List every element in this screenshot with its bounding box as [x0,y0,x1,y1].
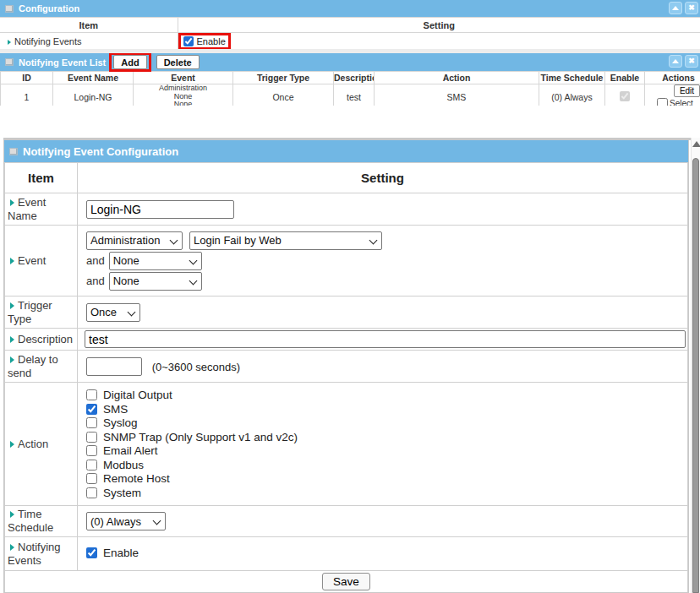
event-list-panel-header: Notifying Event List Add Delete ✖ [0,53,700,71]
action-option[interactable]: Digital Output [86,389,684,403]
row-arrow-icon [10,336,14,343]
time-schedule-select[interactable]: (0) Always [86,512,166,530]
trigger-type-label-cell: Trigger Type [5,296,78,329]
cell-event: Administration None None [134,84,233,106]
collapse-icon [672,59,679,63]
row-arrow-icon [10,511,14,518]
collapse-button[interactable] [669,2,682,14]
action-option-label: SNMP Trap (Only Support v1 and v2c) [103,431,298,443]
delay-input[interactable] [86,357,142,376]
event-list-row: 1 Login-NG Administration None None Once… [1,84,700,106]
add-button[interactable]: Add [113,55,146,69]
notifying-events-enable-checkbox[interactable] [183,36,194,46]
description-label-cell: Description [5,329,78,351]
event-category-select[interactable]: Administration [86,231,183,250]
configuration-panel-header: Configuration ✖ [0,0,700,17]
action-checkbox[interactable] [86,389,97,400]
delay-label-cell: Delay to send [5,351,78,383]
event-and1-select[interactable]: None [109,252,202,270]
list-col-action: Action [375,72,539,84]
close-button[interactable]: ✖ [685,2,698,14]
event-name-label-cell: Event Name [5,193,78,226]
cell-enable [605,84,645,106]
event-list-panel-title: Notifying Event List [19,57,106,68]
event-subtype-select[interactable]: Login Fail by Web [189,231,382,250]
notifying-event-list-panel: Notifying Event List Add Delete ✖ ID Eve… [0,53,700,106]
form-enable[interactable]: Enable [86,547,139,559]
delete-button[interactable]: Delete [156,55,200,69]
collapse-button[interactable] [669,55,682,68]
list-col-id: ID [1,72,53,84]
action-option[interactable]: SMS [86,402,684,416]
configuration-panel: Configuration ✖ Item Setting Notifying E… [0,0,700,49]
list-col-actions: Actions [645,72,700,84]
action-option-label: SMS [103,403,128,416]
action-checkbox[interactable] [86,417,97,428]
row-arrow-icon [10,544,14,551]
row-arrow-icon [8,40,11,45]
form-enable-checkbox[interactable] [86,547,97,558]
event-and2-select[interactable]: None [109,272,202,291]
save-button[interactable]: Save [322,573,370,590]
and-label: and [86,275,105,287]
action-option-label: Email Alert [103,444,158,457]
notifying-events-enable-label: Enable [197,36,226,46]
row-select-checkbox[interactable] [657,98,668,106]
row-arrow-icon [10,258,14,264]
action-option[interactable]: SNMP Trap (Only Support v1 and v2c) [86,430,684,444]
edit-button[interactable]: Edit [674,84,700,97]
cell-trigger-type: Once [233,84,334,106]
event-name-input[interactable] [86,200,234,219]
action-option[interactable]: Syslog [86,416,684,431]
row-enable-checkbox [620,91,630,101]
action-option[interactable]: Remote Host [86,472,684,487]
collapse-icon [672,6,679,10]
config-row-notifying-events: Notifying Events Enable [0,33,700,50]
action-option[interactable]: Email Alert [86,444,684,459]
row-arrow-icon [10,199,14,206]
highlight-enable-annotation: Enable [178,33,231,49]
action-option-label: Remote Host [103,472,170,485]
action-checkbox[interactable] [86,460,97,471]
action-option-label: Modbus [103,459,144,471]
close-icon: ✖ [688,4,695,12]
list-col-trigger-type: Trigger Type [233,72,334,84]
list-col-event: Event [134,72,233,84]
form-col-item: Item [5,163,78,193]
cell-description: test [334,84,375,106]
event-label-cell: Event [5,226,78,296]
notifying-events-enable[interactable]: Enable [183,36,226,46]
cell-time-schedule: (0) Always [539,84,605,106]
cell-action: SMS [375,84,539,106]
config-col-item: Item [0,18,178,33]
description-input[interactable] [85,330,686,348]
highlight-add-annotation: Add [109,53,150,72]
close-button[interactable]: ✖ [685,55,698,68]
and-label: and [86,254,105,267]
cell-event-name: Login-NG [53,84,134,106]
trigger-type-select[interactable]: Once [86,303,140,322]
action-checkbox[interactable] [86,487,97,498]
action-option[interactable]: System [86,486,684,500]
row-arrow-icon [10,356,14,363]
scrollbar-thumb[interactable] [692,158,699,593]
window-icon [9,148,18,155]
close-icon: ✖ [688,57,695,65]
action-checkbox[interactable] [86,432,97,443]
action-checkbox[interactable] [86,404,97,415]
form-enable-label: Enable [103,547,139,559]
cell-actions: Edit Select [645,84,700,106]
cell-id: 1 [1,84,53,106]
form-col-setting: Setting [78,163,688,193]
vertical-scrollbar[interactable] [691,138,700,593]
action-option[interactable]: Modbus [86,458,684,472]
delay-hint: (0~3600 seconds) [152,361,240,373]
action-checkbox[interactable] [86,473,97,484]
action-options: Digital OutputSMSSyslogSNMP Trap (Only S… [86,389,684,500]
action-option-label: Syslog [103,416,138,429]
list-col-time-schedule: Time Schedule [539,72,605,84]
scroll-up-icon[interactable] [692,141,700,147]
config-col-setting: Setting [178,18,700,33]
action-checkbox[interactable] [86,445,97,456]
notifying-event-configuration-panel: Notifying Event Configuration Item Setti… [3,140,689,593]
